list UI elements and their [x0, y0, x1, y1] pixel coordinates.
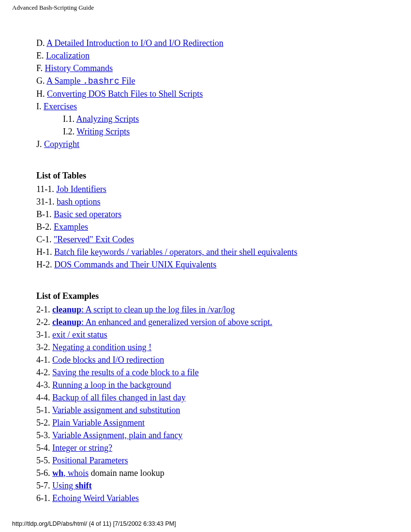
example-item: 4-1. Code blocks and I/O redirection — [36, 354, 392, 366]
table-link[interactable]: "Reserved" Exit Codes — [54, 235, 134, 244]
appendix-item: G. A Sample .bashrc File — [36, 74, 392, 88]
example-marker: 5-4. — [36, 443, 50, 453]
example-item: 2-2. cleanup: An enhanced and generalize… — [36, 316, 392, 328]
example-link[interactable]: Positional Parameters — [52, 456, 128, 465]
example-item: 5-7. Using shift — [36, 479, 392, 492]
table-marker: 31-1. — [36, 197, 55, 207]
table-marker: H-2. — [36, 260, 52, 269]
page-header-title: Advanced Bash-Scripting Guide — [12, 4, 94, 12]
example-after: domain name lookup — [89, 468, 164, 478]
example-item: 5-6. wh, whois domain name lookup — [36, 467, 392, 479]
appendix-marker: G. — [36, 76, 45, 86]
example-item: 4-2. Saving the results of a code block … — [36, 366, 392, 379]
example-marker: 2-1. — [36, 305, 50, 314]
example-link[interactable]: Echoing Weird Variables — [52, 493, 139, 503]
example-link[interactable]: Saving the results of a code block to a … — [52, 368, 198, 377]
appendix-item: F. History Commands — [36, 62, 392, 74]
example-marker: 5-7. — [36, 481, 50, 490]
appendix-link-bashrc[interactable]: A Sample .bashrc File — [46, 76, 135, 86]
page-footer: http://tldp.org/LDP/abs/html/ (4 of 11) … — [12, 520, 176, 527]
table-link[interactable]: Job Identifiers — [56, 184, 106, 194]
example-link[interactable]: Using shift — [52, 481, 92, 490]
table-item: H-1. Batch file keywords / variables / o… — [36, 246, 392, 258]
table-item: B-1. Basic sed operators — [36, 208, 392, 221]
appendix-link-copyright[interactable]: Copyright — [44, 139, 79, 149]
example-marker: 3-1. — [36, 330, 50, 340]
table-item: C-1. "Reserved" Exit Codes — [36, 233, 392, 246]
link-bold: wh — [52, 468, 63, 478]
example-link[interactable]: cleanup: An enhanced and generalized ver… — [52, 317, 272, 327]
tables-section: List of Tables 11-1. Job Identifiers 31-… — [36, 171, 392, 271]
table-link[interactable]: Examples — [54, 222, 88, 232]
sub-item: I.2. Writing Scripts — [63, 125, 392, 138]
link-code: .bashrc — [83, 76, 120, 86]
example-marker: 4-3. — [36, 380, 50, 390]
example-item: 5-3. Variable Assignment, plain and fanc… — [36, 429, 392, 442]
appendix-marker: J. — [36, 139, 42, 149]
table-link[interactable]: Batch file keywords / variables / operat… — [54, 247, 297, 257]
sub-marker: I.1. — [63, 114, 75, 124]
example-item: 5-5. Positional Parameters — [36, 454, 392, 467]
appendix-link-history[interactable]: History Commands — [45, 63, 113, 73]
table-link[interactable]: bash options — [57, 197, 101, 207]
example-marker: 4-2. — [36, 368, 50, 377]
example-link[interactable]: Running a loop in the background — [52, 380, 171, 390]
link-prefix: A Sample — [46, 76, 83, 86]
appendix-item: H. Converting DOS Batch Files to Shell S… — [36, 88, 392, 100]
example-marker: 4-1. — [36, 355, 50, 365]
example-link[interactable]: Variable Assignment, plain and fancy — [52, 430, 183, 440]
example-link[interactable]: wh, whois — [52, 468, 89, 478]
example-marker: 5-1. — [36, 405, 50, 415]
appendix-marker: D. — [36, 38, 45, 48]
example-link[interactable]: Backup of all files changed in last day — [52, 393, 185, 402]
example-marker: 2-2. — [36, 317, 50, 327]
appendix-link-io[interactable]: A Detailed Introduction to I/O and I/O R… — [46, 38, 223, 48]
example-marker: 4-4. — [36, 393, 50, 402]
tables-heading: List of Tables — [36, 171, 392, 181]
example-marker: 6-1. — [36, 493, 50, 503]
link-bold: shift — [76, 481, 92, 490]
main-content: D. A Detailed Introduction to I/O and I/… — [36, 37, 392, 504]
link-suffix: File — [120, 76, 136, 86]
sub-item: I.1. Analyzing Scripts — [63, 113, 392, 125]
sub-link-analyzing[interactable]: Analyzing Scripts — [76, 114, 139, 124]
link-rest: : An enhanced and generalized version of… — [81, 317, 272, 327]
example-item: 3-1. exit / exit status — [36, 328, 392, 341]
example-link[interactable]: Variable assignment and substitution — [52, 405, 180, 415]
example-item: 2-1. cleanup: A script to clean up the l… — [36, 303, 392, 316]
appendix-link-dos[interactable]: Converting DOS Batch Files to Shell Scri… — [47, 89, 203, 99]
link-bold: cleanup — [52, 317, 81, 327]
example-marker: 5-2. — [36, 418, 50, 428]
appendix-marker: I. — [36, 102, 42, 111]
table-item: B-2. Examples — [36, 221, 392, 233]
table-item: 31-1. bash options — [36, 195, 392, 208]
example-marker: 5-3. — [36, 430, 50, 440]
example-item: 5-2. Plain Variable Assignment — [36, 416, 392, 429]
sub-link-writing[interactable]: Writing Scripts — [76, 127, 130, 136]
example-link[interactable]: Integer or string? — [52, 443, 112, 453]
table-marker: H-1. — [36, 247, 52, 257]
sub-marker: I.2. — [63, 127, 75, 136]
table-marker: 11-1. — [36, 184, 54, 194]
example-link[interactable]: Negating a condition using ! — [52, 342, 152, 352]
table-marker: B-1. — [36, 209, 52, 219]
appendix-link-localization[interactable]: Localization — [46, 51, 90, 60]
link-bold: cleanup — [52, 305, 81, 314]
example-item: 4-3. Running a loop in the background — [36, 379, 392, 391]
table-link[interactable]: DOS Commands and Their UNIX Equivalents — [54, 260, 216, 269]
example-link[interactable]: Plain Variable Assignment — [52, 418, 145, 428]
appendix-link-exercises[interactable]: Exercises — [44, 102, 77, 111]
appendix-marker: H. — [36, 89, 45, 99]
example-link[interactable]: exit / exit status — [52, 330, 107, 340]
example-marker: 5-6. — [36, 468, 50, 478]
table-link[interactable]: Basic sed operators — [54, 209, 122, 219]
appendix-list: D. A Detailed Introduction to I/O and I/… — [36, 37, 392, 150]
example-item: 5-1. Variable assignment and substitutio… — [36, 404, 392, 416]
example-marker: 5-5. — [36, 456, 50, 465]
appendix-item: J. Copyright — [36, 138, 392, 150]
example-link[interactable]: cleanup: A script to clean up the log fi… — [52, 305, 235, 314]
example-item: 3-2. Negating a condition using ! — [36, 341, 392, 354]
appendix-item: D. A Detailed Introduction to I/O and I/… — [36, 37, 392, 49]
example-link[interactable]: Code blocks and I/O redirection — [52, 355, 164, 365]
table-marker: C-1. — [36, 235, 52, 244]
